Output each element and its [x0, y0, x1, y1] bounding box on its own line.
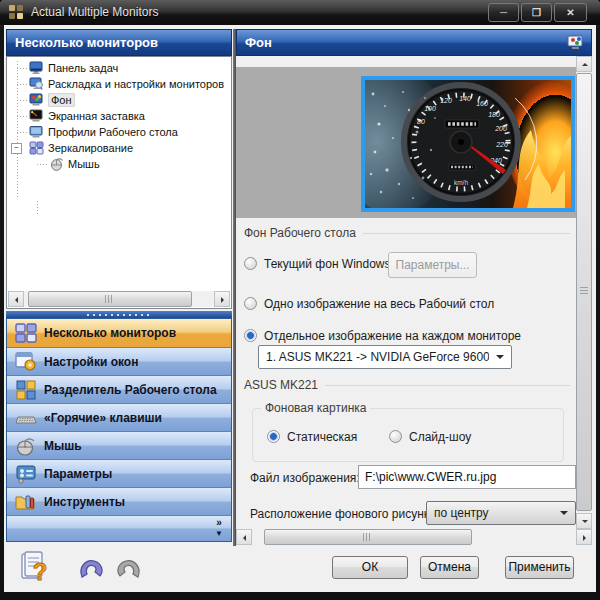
sidebar-item-desktop-divider[interactable]: Разделитель Рабочего стола — [7, 375, 231, 403]
radio-static[interactable]: Статическая — [267, 429, 357, 444]
picture-group-label: Фоновая картинка — [261, 401, 370, 415]
redo-button[interactable] — [112, 555, 144, 583]
gauge-label: 140 — [459, 95, 471, 102]
gauge-label: 80 — [417, 118, 425, 125]
gauge-label: 100 — [424, 105, 436, 112]
left-panel-header: Несколько мониторов — [6, 29, 232, 56]
background-page-icon — [567, 34, 585, 52]
radio-icon — [244, 329, 257, 342]
sidebar-item-options[interactable]: Параметры — [7, 459, 231, 487]
radio-separate-image[interactable]: Отдельное изображение на каждом мониторе — [244, 328, 521, 343]
radio-current-windows-bg[interactable]: Текущий фон Windows — [244, 256, 391, 271]
radio-icon — [244, 257, 257, 270]
picture-group-box: Фоновая картинка Статическая Слайд-шоу — [252, 408, 564, 462]
tree-item-taskbar[interactable]: Панель задач — [7, 60, 232, 76]
tree-connector-child — [37, 201, 38, 215]
monitor-combobox[interactable]: 1. ASUS MK221 -> NVIDIA GeForce 9600 GSO — [258, 345, 512, 369]
vertical-scrollbar[interactable] — [576, 56, 592, 529]
minimize-button[interactable]: ─ — [488, 3, 519, 22]
scroll-down-button[interactable] — [576, 513, 592, 529]
desktop-divider-icon — [14, 379, 38, 401]
tree-horizontal-scrollbar[interactable] — [8, 291, 230, 307]
scroll-up-button[interactable] — [576, 56, 592, 72]
chevron-more-icon: » ▼ — [215, 518, 223, 539]
params-button[interactable]: Параметры... — [388, 252, 477, 278]
maximize-button[interactable]: ❐ — [521, 3, 552, 22]
gauge-label: 180 — [488, 111, 500, 118]
gauge-label: 220 — [495, 141, 508, 148]
client-area: Несколько мониторов Панель задач Расклад… — [4, 25, 596, 592]
horizontal-scrollbar-thumb[interactable] — [264, 529, 472, 545]
radio-single-image[interactable]: Одно изображение на весь Рабочий стол — [244, 296, 494, 311]
close-button[interactable]: ✕ — [554, 3, 587, 22]
undo-button[interactable] — [76, 555, 108, 583]
sidebar-item-tools[interactable]: Инструменты — [7, 487, 231, 515]
tree-item-screensaver[interactable]: Экранная заставка — [7, 108, 232, 124]
vertical-scrollbar-thumb[interactable] — [576, 73, 592, 511]
taskbar-icon — [29, 61, 44, 75]
help-button[interactable]: ? — [18, 550, 52, 588]
background-preview-image: 80 100 120 140 160 180 200 220 240 — [361, 76, 575, 212]
sidebar-item-window-settings[interactable]: Настройки окон — [7, 347, 231, 375]
collapse-icon[interactable]: − — [11, 143, 22, 154]
content-horizontal-scrollbar[interactable] — [236, 529, 592, 545]
title-bar[interactable]: Actual Multiple Monitors ─ ❐ ✕ — [0, 0, 600, 25]
page-title: Фон — [245, 35, 272, 50]
image-file-input[interactable] — [358, 465, 576, 489]
tree-scrollbar-thumb[interactable] — [28, 291, 192, 307]
tree-scroll-right-button[interactable] — [214, 291, 230, 307]
multiple-monitors-icon — [14, 322, 38, 344]
radio-icon — [244, 297, 257, 310]
file-label: Файл изображения: — [250, 471, 360, 485]
tools-icon — [14, 491, 38, 513]
tree-item-mouse[interactable]: Мышь — [7, 156, 232, 172]
ok-button[interactable]: ОК — [332, 556, 408, 579]
tree-item-desktop-profiles[interactable]: Профили Рабочего стола — [7, 124, 232, 140]
keyboard-icon — [14, 407, 38, 429]
options-icon — [14, 463, 38, 485]
gauge-label: 200 — [494, 125, 507, 132]
screensaver-icon — [29, 109, 44, 123]
tree-item-mirroring[interactable]: − Зеркалирование — [7, 140, 232, 156]
position-combobox[interactable]: по центру — [426, 501, 576, 525]
desktop-profiles-icon — [29, 125, 44, 139]
cancel-button[interactable]: Отмена — [420, 556, 479, 579]
monitors-layout-icon — [29, 77, 44, 91]
sidebar-item-multiple-monitors[interactable]: Несколько мониторов — [7, 319, 231, 347]
scroll-right-button[interactable] — [576, 529, 592, 545]
tree-scroll-left-button[interactable] — [8, 291, 24, 307]
gauge-label: 120 — [440, 97, 452, 104]
background-icon — [29, 93, 44, 107]
monitor-group-label: ASUS MK221 — [244, 378, 570, 392]
desktop-bg-group-label: Фон Рабочего стола — [244, 226, 570, 240]
scroll-left-button[interactable] — [236, 529, 252, 545]
mouse-icon — [49, 157, 64, 171]
gauge-label: 160 — [476, 100, 488, 107]
sidebar-item-mouse[interactable]: Мышь — [7, 431, 231, 459]
window-title: Actual Multiple Monitors — [31, 5, 158, 19]
page-title-bar: Фон — [236, 29, 592, 56]
tree-item-monitors-layout[interactable]: Раскладка и настройки мониторов — [7, 76, 232, 92]
radio-slideshow[interactable]: Слайд-шоу — [389, 429, 471, 444]
app-window: Actual Multiple Monitors ─ ❐ ✕ Несколько… — [0, 0, 600, 600]
apply-button[interactable]: Применить — [505, 556, 574, 579]
chevron-down-icon — [496, 355, 504, 363]
mouse-nav-icon — [14, 435, 38, 457]
window-settings-icon — [14, 351, 38, 373]
radio-icon — [389, 430, 402, 443]
app-logo-icon — [9, 5, 24, 20]
radio-icon — [267, 430, 280, 443]
settings-tree: Панель задач Раскладка и настройки монит… — [6, 56, 232, 309]
tree-item-background[interactable]: Фон — [7, 92, 232, 108]
background-settings-panel: 80 100 120 140 160 180 200 220 240 — [236, 56, 592, 546]
mirroring-icon — [29, 141, 44, 155]
nav-more-button[interactable]: » ▼ — [7, 515, 231, 541]
splitter-handle[interactable] — [6, 311, 232, 318]
svg-text:?: ? — [33, 558, 48, 585]
sidebar-item-hotkeys[interactable]: «Горячие» клавиши — [7, 403, 231, 431]
position-label: Расположение фонового рисунка: — [250, 507, 439, 521]
chevron-down-icon — [560, 511, 568, 519]
section-nav: Несколько мониторов Настройки окон Разде… — [6, 318, 232, 542]
gauge-unit-label: km/h — [454, 179, 468, 186]
